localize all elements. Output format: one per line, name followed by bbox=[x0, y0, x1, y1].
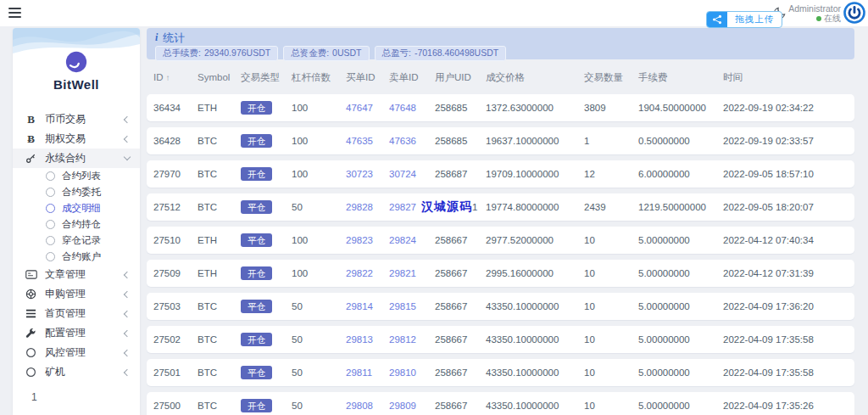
sidebar-item-fengkong[interactable]: 风控管理 bbox=[13, 343, 140, 362]
cell-fee: 5.00000000 bbox=[638, 334, 723, 345]
sidebar-item-shouye[interactable]: 首页管理 bbox=[13, 304, 140, 323]
sidebar-subitem-chicang[interactable]: 合约持仓 bbox=[13, 216, 140, 233]
column-header[interactable]: 时间 bbox=[723, 71, 854, 84]
buy-order-link[interactable]: 47647 bbox=[346, 103, 389, 113]
cell-quantity: 10 bbox=[584, 367, 638, 378]
radio-circle-icon bbox=[46, 204, 55, 213]
table-row: 27503BTC平仓50298142981525866743350.100000… bbox=[147, 293, 854, 320]
cell-id: 27503 bbox=[153, 301, 198, 311]
cell-price: 19774.80000000 bbox=[486, 202, 584, 212]
sidebar-subitem-chuancang[interactable]: 穿仓记录 bbox=[13, 233, 140, 249]
column-header[interactable]: 交易类型 bbox=[241, 71, 292, 84]
buy-order-link[interactable]: 29822 bbox=[346, 268, 389, 278]
cell-price: 19637.10000000 bbox=[486, 136, 584, 146]
coin-b-icon: B bbox=[25, 113, 37, 126]
brand-name: BitWell bbox=[13, 77, 140, 92]
sidebar-item-label: 币币交易 bbox=[45, 112, 117, 126]
column-header[interactable]: 买单ID bbox=[346, 71, 389, 84]
sidebar-subitem-weituo[interactable]: 合约委托 bbox=[13, 184, 140, 200]
menu-toggle-icon[interactable] bbox=[8, 8, 21, 18]
cell-fee: 5.00000000 bbox=[638, 367, 723, 378]
cell-quantity: 2439 bbox=[584, 202, 638, 212]
sidebar-item-peizhi[interactable]: 配置管理 bbox=[13, 323, 140, 343]
buy-order-link[interactable]: 29823 bbox=[346, 235, 389, 245]
sell-order-link[interactable]: 47636 bbox=[389, 136, 435, 146]
sell-order-link[interactable]: 29821 bbox=[389, 268, 435, 278]
cell-symbol: ETH bbox=[198, 268, 241, 278]
cell-uid: 汉城源码1 bbox=[435, 199, 486, 215]
cell-price: 43350.10000000 bbox=[486, 334, 584, 345]
column-header[interactable]: 杠杆倍数 bbox=[292, 71, 346, 84]
column-header[interactable]: Symbol bbox=[198, 72, 241, 82]
sidebar-item-label: 文章管理 bbox=[45, 267, 117, 282]
cell-quantity: 10 bbox=[584, 301, 638, 311]
column-header[interactable]: 成交价格 bbox=[486, 71, 584, 84]
sell-order-link[interactable]: 29810 bbox=[389, 367, 435, 378]
cell-price: 43350.10000000 bbox=[486, 367, 584, 378]
sidebar-subitem-label: 合约委托 bbox=[62, 186, 101, 199]
chevron-left-icon bbox=[124, 135, 131, 142]
cell-time: 2022-04-12 07:31:39 bbox=[723, 268, 854, 278]
brand-logo: BitWell bbox=[13, 28, 140, 99]
sidebar-item-yongxu[interactable]: 永续合约 bbox=[13, 149, 140, 168]
cell-symbol: ETH bbox=[198, 235, 241, 245]
buy-order-link[interactable]: 29813 bbox=[346, 334, 389, 345]
lifebuoy-icon bbox=[25, 289, 37, 300]
cell-uid: 258687 bbox=[435, 169, 486, 179]
buy-order-link[interactable]: 29814 bbox=[346, 301, 389, 311]
buy-order-link[interactable]: 30723 bbox=[346, 169, 389, 179]
cell-symbol: BTC bbox=[198, 401, 241, 411]
buy-order-link[interactable]: 29828 bbox=[346, 202, 389, 212]
buy-order-link[interactable]: 29808 bbox=[346, 401, 389, 411]
sell-order-link[interactable]: 29815 bbox=[389, 301, 435, 311]
cell-symbol: BTC bbox=[198, 367, 241, 378]
sell-order-link[interactable]: 30724 bbox=[389, 169, 435, 179]
sidebar-subitem-label: 合约持仓 bbox=[62, 218, 101, 231]
chevron-left-icon bbox=[124, 290, 131, 297]
sidebar-item-label: 风控管理 bbox=[45, 345, 117, 360]
sidebar-item-bibi[interactable]: B币币交易 bbox=[13, 109, 140, 129]
sidebar-item-qiquan[interactable]: Ƀ期权交易 bbox=[13, 129, 140, 149]
cell-quantity: 10 bbox=[584, 334, 638, 345]
column-header[interactable]: 交易数量 bbox=[584, 71, 638, 84]
sidebar-nav: B币币交易Ƀ期权交易永续合约合约列表合约委托成交明细合约持仓穿仓记录合约账户文章… bbox=[13, 109, 140, 382]
sell-order-link[interactable]: 29809 bbox=[389, 401, 435, 411]
sell-order-link[interactable]: 29824 bbox=[389, 235, 435, 245]
cell-symbol: BTC bbox=[198, 136, 241, 146]
column-header[interactable]: 用户UID bbox=[435, 71, 486, 84]
drag-upload-button[interactable]: 拖拽上传 bbox=[706, 11, 782, 28]
table-row: 27501BTC平仓50298112981025866743350.100000… bbox=[147, 359, 854, 386]
radio-circle-icon bbox=[46, 236, 55, 245]
cell-leverage: 50 bbox=[292, 301, 346, 311]
sidebar-item-kuangji[interactable]: 矿机 bbox=[13, 362, 140, 382]
column-header[interactable]: 卖单ID bbox=[389, 71, 435, 84]
chevron-left-icon bbox=[124, 271, 131, 278]
cell-symbol: BTC bbox=[198, 301, 241, 311]
radio-circle-icon bbox=[46, 171, 55, 181]
trade-type-badge: 平仓 bbox=[241, 366, 272, 379]
watermark-text: 汉城源码 bbox=[421, 199, 472, 213]
pagination-page-1[interactable]: 1 bbox=[31, 391, 140, 403]
column-header[interactable]: 手续费 bbox=[638, 71, 723, 84]
cell-uid: 258667 bbox=[435, 334, 486, 345]
sell-order-link[interactable]: 29812 bbox=[389, 334, 435, 345]
cell-id: 27500 bbox=[153, 401, 198, 411]
cell-price: 1372.63000000 bbox=[486, 103, 584, 113]
trade-type-badge: 平仓 bbox=[241, 200, 272, 214]
sidebar-item-wenzhang[interactable]: 文章管理 bbox=[13, 265, 140, 284]
avatar[interactable] bbox=[843, 2, 865, 24]
trade-type-badge: 平仓 bbox=[241, 233, 272, 247]
column-header[interactable]: ID↑ bbox=[153, 72, 198, 82]
sidebar-subitem-mingxi[interactable]: 成交明细 bbox=[13, 200, 140, 216]
sort-asc-icon[interactable]: ↑ bbox=[166, 73, 170, 82]
sidebar-item-shengou[interactable]: 申购管理 bbox=[13, 284, 140, 304]
bars-icon bbox=[25, 309, 37, 318]
buy-order-link[interactable]: 29811 bbox=[346, 367, 389, 378]
chevron-left-icon bbox=[124, 349, 131, 356]
admin-info[interactable]: Administrator 在线 bbox=[788, 3, 841, 24]
cell-trade-type: 平仓 bbox=[241, 200, 292, 214]
sidebar-subitem-liebiao[interactable]: 合约列表 bbox=[13, 168, 140, 184]
sell-order-link[interactable]: 47648 bbox=[389, 103, 435, 113]
buy-order-link[interactable]: 47635 bbox=[346, 136, 389, 146]
sidebar-subitem-zhanghu[interactable]: 合约账户 bbox=[13, 249, 140, 265]
